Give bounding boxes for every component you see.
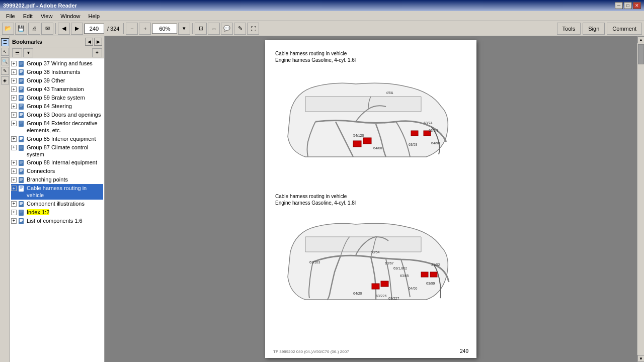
save-button[interactable]: 💾: [15, 23, 27, 35]
page-number-input[interactable]: [84, 24, 104, 34]
svg-rect-7: [20, 72, 22, 73]
menu-edit[interactable]: Edit: [19, 12, 37, 20]
svg-text:63/54: 63/54: [371, 250, 380, 254]
svg-rect-34: [20, 138, 23, 139]
sidebar-item-branching[interactable]: + Branching points: [11, 175, 103, 184]
sidebar-item-index[interactable]: + Index 1:2: [11, 208, 103, 217]
sidebar-item-group37[interactable]: + Group 37 Wiring and fuses: [11, 59, 103, 68]
scroll-thumb[interactable]: [638, 44, 644, 64]
select-tool-button[interactable]: ↖: [1, 48, 9, 56]
minimize-button[interactable]: ─: [615, 2, 623, 9]
zoom-out-button[interactable]: −: [126, 23, 138, 35]
sidebar-item-group43[interactable]: + Group 43 Transmission: [11, 85, 103, 94]
expand-icon-group83[interactable]: +: [11, 112, 17, 118]
open-button[interactable]: 📂: [2, 23, 14, 35]
expand-icon-group43[interactable]: +: [11, 86, 17, 92]
fit-page-button[interactable]: ⊡: [195, 23, 207, 35]
sidebar-item-group88[interactable]: + Group 88 Internal equipment: [11, 158, 103, 167]
sidebar-title: Bookmarks: [12, 39, 42, 45]
expand-icon-group87[interactable]: +: [11, 145, 17, 150]
scroll-up-arrow[interactable]: ▲: [637, 36, 644, 43]
svg-rect-43: [20, 163, 22, 163]
hand-tool-button[interactable]: ☰: [1, 38, 9, 46]
menu-view[interactable]: View: [37, 12, 57, 20]
next-page-button[interactable]: ▶: [71, 23, 83, 35]
diagram1: 4/6A 63/74 63/5/8 64/90 63/53 54/120 64/…: [275, 66, 466, 187]
comment-button[interactable]: Comment: [607, 23, 642, 35]
expand-icon-group37[interactable]: +: [11, 61, 17, 66]
sidebar-item-cable-harness-label: Cable harness routing in vehicle: [26, 185, 103, 199]
sidebar-item-group87[interactable]: + Group 87 Climate control system: [11, 143, 103, 159]
bookmark-options-button[interactable]: ☰: [12, 48, 22, 57]
bookmark-search-button[interactable]: ▾: [23, 48, 33, 57]
svg-text:63/74: 63/74: [424, 121, 433, 125]
sidebar-item-component-illustrations-label: Component illustrations: [26, 200, 85, 207]
sidebar-item-group85[interactable]: + Group 85 Interior equipment: [11, 135, 103, 143]
sidebar-item-group84[interactable]: + Group 84 Exterior decorative elements,…: [11, 119, 103, 135]
expand-icon-group84[interactable]: +: [11, 121, 17, 126]
bookmark-icon: [18, 144, 25, 151]
expand-icon-branching[interactable]: +: [11, 177, 17, 183]
zoom-input[interactable]: [152, 24, 177, 34]
comment-tool-button[interactable]: 💬: [221, 23, 233, 35]
draw-tool-button[interactable]: ✎: [234, 23, 246, 35]
bookmark-icon: [18, 185, 25, 192]
sidebar-item-group83[interactable]: + Group 83 Doors and openings: [11, 111, 103, 119]
svg-rect-53: [20, 187, 23, 187]
bookmark-icon: [18, 95, 25, 102]
bookmark-icon: [18, 86, 25, 93]
sidebar-item-group64[interactable]: + Group 64 Steering: [11, 102, 103, 111]
print-button[interactable]: 🖨: [28, 23, 40, 35]
sidebar-item-group59[interactable]: + Group 59 Brake system: [11, 94, 103, 102]
main-toolbar: 📂 💾 🖨 ✉ ◀ ▶ / 324 − + ▾ ⊡ ↔ 💬 ✎ ⛶ Tools …: [0, 21, 644, 36]
sidebar-item-group38[interactable]: + Group 38 Instruments: [11, 68, 103, 76]
scroll-down-arrow[interactable]: ▼: [637, 355, 644, 362]
close-button[interactable]: ✕: [633, 2, 641, 9]
stamp-tool-button[interactable]: ◈: [1, 76, 9, 84]
pdf-viewer[interactable]: Cable harness routing in vehicle Engine …: [105, 36, 637, 362]
maximize-button[interactable]: □: [624, 2, 632, 9]
expand-icon-group85[interactable]: +: [11, 136, 17, 142]
expand-icon-index[interactable]: +: [11, 210, 17, 215]
expand-icon-cable-harness[interactable]: +: [11, 186, 17, 191]
sidebar-item-list-components[interactable]: + List of components 1:6: [11, 217, 103, 225]
menu-help[interactable]: Help: [84, 12, 104, 20]
sidebar-item-group39[interactable]: + Group 39 Other: [11, 76, 103, 85]
zoom-dropdown-button[interactable]: ▾: [178, 23, 190, 35]
expand-icon-component-illustrations[interactable]: +: [11, 201, 17, 207]
sign-button[interactable]: Sign: [583, 23, 605, 35]
svg-rect-19: [20, 98, 22, 99]
marker-tool-button[interactable]: ✎: [1, 67, 9, 75]
expand-icon-group88[interactable]: +: [11, 160, 17, 165]
expand-icon-group38[interactable]: +: [11, 69, 17, 75]
fullscreen-button[interactable]: ⛶: [247, 23, 259, 35]
expand-icon-group64[interactable]: +: [11, 104, 17, 109]
bookmark-new-button[interactable]: +: [92, 48, 102, 57]
email-button[interactable]: ✉: [41, 23, 53, 35]
sidebar-item-component-illustrations[interactable]: + Component illustrations: [11, 200, 103, 208]
expand-icon-connectors[interactable]: +: [11, 168, 17, 174]
expand-icon-group59[interactable]: +: [11, 95, 17, 101]
sidebar-expand-button[interactable]: ▶: [94, 38, 102, 46]
bookmark-tree[interactable]: + Group 37 Wiring and fuses + Group 38 I…: [10, 58, 104, 362]
fit-width-button[interactable]: ↔: [208, 23, 220, 35]
menu-file[interactable]: File: [2, 12, 19, 20]
svg-text:63/227: 63/227: [388, 297, 399, 300]
svg-rect-82: [430, 272, 437, 277]
svg-text:4/6A: 4/6A: [386, 91, 393, 95]
sidebar-item-cable-harness[interactable]: + Cable harness routing in vehicle: [11, 184, 103, 200]
right-scrollbar[interactable]: ▲ ▼: [637, 36, 644, 362]
prev-page-button[interactable]: ◀: [58, 23, 70, 35]
menu-window[interactable]: Window: [56, 12, 84, 20]
svg-rect-1: [20, 62, 23, 62]
svg-rect-15: [20, 89, 22, 90]
expand-icon-group39[interactable]: +: [11, 78, 17, 83]
bookmark-icon: [18, 60, 25, 67]
zoom-in-button[interactable]: +: [139, 23, 151, 35]
sidebar-item-connectors[interactable]: + Connectors: [11, 167, 103, 175]
zoom-tool-button[interactable]: 🔍: [1, 57, 9, 65]
tools-button[interactable]: Tools: [557, 23, 581, 35]
sidebar-collapse-button[interactable]: ◀: [85, 38, 93, 46]
scroll-track[interactable]: [637, 43, 644, 355]
expand-icon-list-components[interactable]: +: [11, 218, 17, 224]
